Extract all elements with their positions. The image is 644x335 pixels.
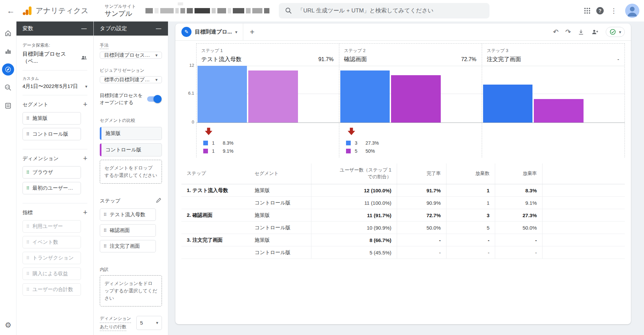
segments-section-label: セグメント [23,101,48,108]
rows-per-dimension-select[interactable]: 5 ▾ [136,316,162,330]
table-row[interactable]: コントロール版11 (100.0%)90.9%19.1% [181,197,625,209]
table-row[interactable]: コントロール版5 (45.5%)--- [181,246,625,259]
redacted-block [195,8,210,13]
table-row[interactable]: 3. 注文完了画面施策版8 (66.7%)--- [181,234,625,246]
account-switcher[interactable]: サンプルサイト サンプル [105,4,136,17]
exploration-name[interactable]: 目標到達プロセス（ペ... [23,51,81,65]
visualization-select[interactable]: 標準の目標到達プロセス ▾ [100,76,162,83]
table-row[interactable]: 2. 確認画面施策版11 (91.7%)72.7%327.3% [181,209,625,222]
column-header: ステップ [181,163,249,184]
drag-handle-icon: ⠿ [26,186,30,191]
step-cell [181,197,249,209]
funnel-step-name: テスト流入母数 [201,55,242,63]
metric-chip[interactable]: ⠿利用ユーザー [23,220,81,233]
filler-cell [543,234,625,246]
undo-icon[interactable]: ↶ [553,28,559,36]
funnel-step-column: ステップ 1テスト流入母数91.7%18.3%19.1% [196,44,339,157]
funnel-bar[interactable] [340,70,390,123]
back-button[interactable]: ← [5,4,17,17]
redacted-block [252,8,262,13]
search-bar[interactable] [279,3,489,18]
canvas-card: ✎ 目標到達プロ... ▾ + ↶ ↷ [175,23,631,324]
table-row[interactable]: 1. テスト流入母数施策版12 (100.0%)91.7%18.3% [181,184,625,197]
users-cell: 10 (90.9%) [311,222,397,234]
redacted-block [228,8,231,13]
metric-chip[interactable]: ⠿ユーザーの合計数 [23,283,81,296]
segment-chip[interactable]: ⠿施策版 [23,112,81,125]
admin-gear-icon[interactable]: ⚙ [5,321,11,330]
drag-handle-icon: ⠿ [103,212,107,217]
advertising-icon[interactable] [3,83,13,93]
add-dimension-button[interactable]: + [83,155,87,162]
funnel-bar[interactable] [198,66,247,123]
redacted-block [233,8,244,13]
download-icon[interactable] [577,29,585,36]
drag-handle-icon: ⠿ [103,244,107,249]
step-cell [181,246,249,259]
completion-cell: 72.7% [397,209,446,222]
abandon-rate-cell: 50.0% [495,222,543,234]
funnel-bar[interactable] [391,75,440,123]
metric-chip[interactable]: ⠿トランザクション [23,252,81,264]
users-cell: 11 (100.0%) [311,197,397,209]
segment-cell: 施策版 [249,184,311,197]
dimensions-list: ⠿ブラウザ⠿最初のユーザーの... [23,166,87,198]
compare-segment-chip[interactable]: コントロール版 [100,143,162,156]
funnel-step-chip[interactable]: ⠿注文完了画面 [100,240,156,252]
canvas-tabbar: ✎ 目標到達プロ... ▾ + ↶ ↷ [175,23,631,41]
help-glyph: ? [596,7,604,14]
table-row[interactable]: コントロール版10 (90.9%)50.0%550.0% [181,222,625,234]
open-funnel-toggle[interactable] [147,96,161,102]
metric-chip[interactable]: ⠿購入による収益 [23,268,81,280]
segment-drop-zone[interactable]: セグメントをドロップするか選択してください [100,160,162,184]
reports-icon[interactable] [3,46,13,56]
technique-select[interactable]: 目標到達プロセスデー... ▾ [100,52,162,59]
redo-icon[interactable]: ↷ [565,28,571,36]
redacted-block [178,2,183,5]
funnel-step-chip[interactable]: ⠿確認画面 [100,224,156,237]
funnel-step-chip[interactable]: ⠿テスト流入母数 [100,208,156,221]
minimize-tab-settings-button[interactable]: — [154,25,163,32]
metric-chip[interactable]: ⠿イベント数 [23,236,81,248]
dimension-chip[interactable]: ⠿最初のユーザーの... [23,182,81,194]
drag-handle-icon: ⠿ [26,116,30,121]
segment-chip[interactable]: ⠿コントロール版 [23,128,81,140]
add-metric-button[interactable]: + [83,209,87,216]
tab-settings-panel-header: タブの設定 — [94,21,168,36]
completion-cell: - [397,234,446,246]
edit-steps-pencil-icon[interactable] [156,197,162,204]
abandon-rate-cell: 9.1% [495,197,543,209]
chip-label: 購入による収益 [33,271,68,277]
compare-segment-chip[interactable]: 施策版 [100,127,162,140]
date-range-picker[interactable]: カスタム 4月1日〜2022年5月17日 ▾ [23,76,87,90]
step-cell [181,222,249,234]
tab-funnel[interactable]: ✎ 目標到達プロ... ▾ [180,23,243,40]
add-tab-button[interactable]: + [243,23,261,40]
funnel-bar[interactable] [483,85,532,123]
breakdown-label: 内訳 [100,267,162,273]
more-menu-icon[interactable]: ⋮ [608,7,620,15]
tab-settings-title: タブの設定 [100,25,127,32]
minimize-variables-button[interactable]: — [79,25,89,32]
apps-grid-icon[interactable] [582,6,592,16]
search-input[interactable] [297,7,483,14]
completion-cell: - [397,246,446,259]
help-icon[interactable]: ? [596,7,604,14]
funnel-bar[interactable] [534,99,583,123]
funnel-bar[interactable] [248,70,298,123]
segment-comparison-label: セグメントの比較 [100,117,162,124]
share-users-icon[interactable] [591,29,599,36]
chip-label: テスト流入母数 [110,211,145,218]
dimensions-section-label: ディメンション [23,155,58,162]
drag-handle-icon: ⠿ [103,228,107,233]
user-avatar[interactable] [625,4,639,18]
abandonment-arrow-icon [347,127,355,137]
explore-icon-active[interactable] [2,63,14,76]
dimension-chip[interactable]: ⠿ブラウザ [23,166,81,179]
home-icon[interactable] [3,28,13,38]
status-ok-button[interactable]: ▾ [606,27,625,37]
breakdown-drop-zone[interactable]: ディメンションをドロップするか選択してください [100,275,162,306]
library-icon[interactable] [3,101,13,111]
add-segment-button[interactable]: + [83,101,87,108]
analytics-logo-icon[interactable] [22,6,32,16]
